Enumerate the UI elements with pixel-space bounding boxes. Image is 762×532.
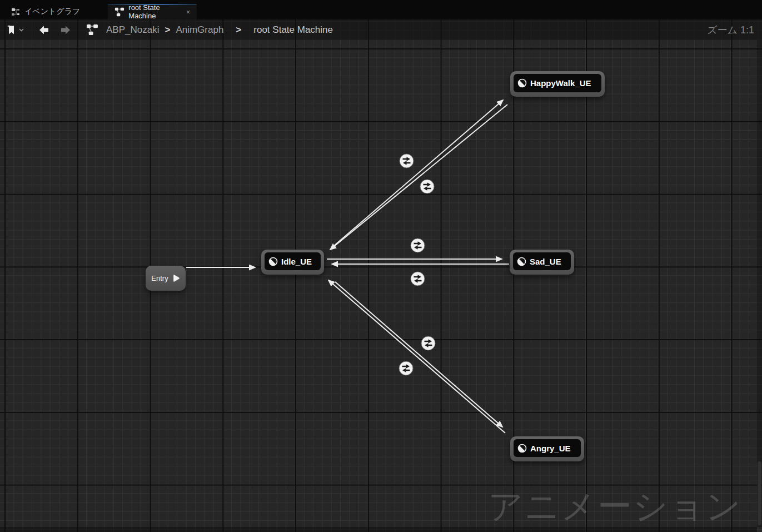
vertical-scrollbar-thumb[interactable] <box>758 461 761 525</box>
anim-state-icon <box>268 257 278 266</box>
tab-bar: イベントグラフ root State Machine × <box>0 0 762 19</box>
transition-rule-node[interactable] <box>420 179 435 194</box>
wire-idle-to-angry[interactable] <box>335 282 502 427</box>
forward-arrow-icon[interactable] <box>59 24 72 36</box>
state-node-label: Angry_UE <box>530 444 571 453</box>
animation-blueprint-editor: イベントグラフ root State Machine × <box>0 0 762 532</box>
tab-event-graph[interactable]: イベントグラフ <box>4 4 87 19</box>
anim-state-icon <box>517 257 526 266</box>
bookmark-chevron-down-icon[interactable] <box>18 28 24 32</box>
anim-state-icon <box>517 444 527 453</box>
entry-output-pin-icon[interactable] <box>173 274 180 282</box>
state-node-angry[interactable]: Angry_UE <box>510 436 584 461</box>
state-node-idle[interactable]: Idle_UE <box>261 250 324 275</box>
breadcrumb-item-animgraph[interactable]: AnimGraph <box>176 24 223 36</box>
bookmark-icon[interactable] <box>6 24 17 36</box>
graph-toolbar: ABP_Nozaki > AnimGraph > root State Mach… <box>0 19 762 40</box>
state-machine-icon <box>114 7 124 17</box>
breadcrumb-item-root-state-machine[interactable]: root State Machine <box>253 24 333 36</box>
breadcrumb-separator: > <box>236 24 241 36</box>
wire-idle-to-happywalk[interactable] <box>334 100 503 246</box>
wire-angry-to-idle[interactable] <box>328 280 505 433</box>
zoom-level-label: ズーム 1:1 <box>707 23 754 37</box>
breadcrumb-separator: > <box>165 24 170 36</box>
state-machine-icon <box>86 24 98 36</box>
horizontal-scrollbar[interactable] <box>0 527 757 532</box>
close-icon[interactable]: × <box>186 8 191 16</box>
anim-state-icon <box>517 78 527 88</box>
state-node-sad[interactable]: Sad_UE <box>510 250 574 275</box>
transition-rule-node[interactable] <box>421 336 436 351</box>
transition-wires <box>0 0 762 532</box>
breadcrumb-item-abp-nozaki[interactable]: ABP_Nozaki <box>106 24 159 36</box>
entry-node-label: Entry <box>151 274 168 282</box>
transition-rule-node[interactable] <box>399 361 414 376</box>
entry-node[interactable]: Entry <box>146 266 186 291</box>
transition-rule-node[interactable] <box>399 153 414 168</box>
event-graph-icon <box>11 7 21 17</box>
vertical-scrollbar[interactable] <box>757 40 762 527</box>
transition-rule-node[interactable] <box>410 271 425 286</box>
state-node-happywalk[interactable]: HappyWalk_UE <box>510 71 605 97</box>
state-node-label: HappyWalk_UE <box>530 78 591 88</box>
back-arrow-icon[interactable] <box>38 24 50 36</box>
wire-happywalk-to-idle[interactable] <box>330 105 507 250</box>
tab-root-state-machine[interactable]: root State Machine × <box>108 4 197 19</box>
transition-rule-node[interactable] <box>410 238 425 253</box>
state-node-label: Idle_UE <box>281 257 312 266</box>
tab-root-state-machine-label: root State Machine <box>128 3 182 20</box>
state-node-label: Sad_UE <box>530 257 561 266</box>
active-tab-accent <box>108 4 197 5</box>
tab-event-graph-label: イベントグラフ <box>24 7 80 17</box>
